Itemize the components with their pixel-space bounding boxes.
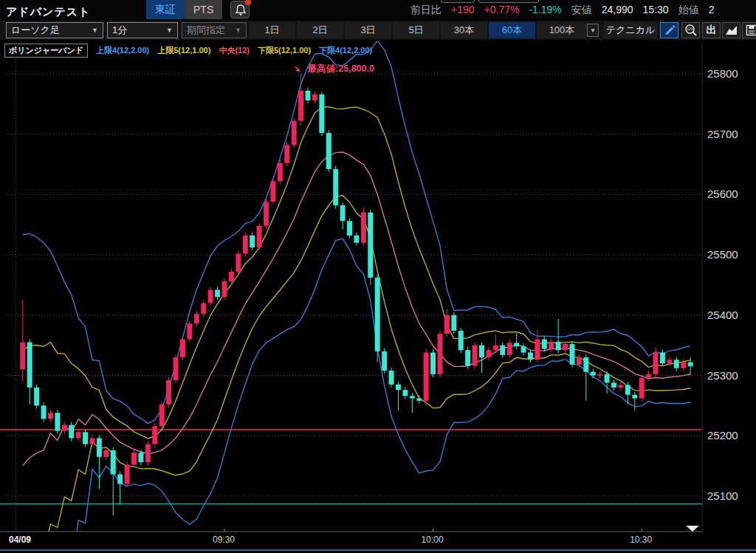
technical-indicator-button[interactable]: テクニカル: [604, 22, 657, 38]
more-periods-dropdown[interactable]: ▼: [587, 24, 599, 37]
svg-text:25400: 25400: [707, 309, 738, 321]
chart-toolbar: ローソク足 ▼ 1分 ▼ 期間指定 ▼ 1日2日3日5日30本60本100本 ▼…: [0, 21, 756, 40]
svg-text:25800: 25800: [707, 67, 738, 80]
svg-text:25300: 25300: [707, 369, 738, 382]
legend-item: 上限5(12,1.00): [157, 45, 210, 56]
quote-stat: +0.77%: [484, 4, 520, 18]
quote-stat: 24,990: [602, 4, 633, 18]
bell-icon: [234, 4, 247, 17]
period-button-100本[interactable]: 100本: [537, 22, 587, 38]
area-chart-icon: [725, 24, 738, 36]
chart-type-dropdown[interactable]: ローソク足 ▼: [6, 22, 103, 38]
svg-text:25700: 25700: [707, 128, 738, 140]
quote-stat: 15:30: [643, 4, 669, 18]
notification-badge: [245, 0, 251, 5]
svg-text:04/09: 04/09: [9, 535, 31, 545]
quote-stat: 始値: [678, 4, 699, 18]
svg-text:25600: 25600: [707, 188, 738, 200]
legend-item: 下限4(12,2.00): [319, 45, 372, 56]
market-tab-PTS[interactable]: PTS: [185, 0, 222, 19]
alert-bell-button[interactable]: [230, 1, 250, 18]
svg-text:25100: 25100: [707, 490, 738, 502]
legend-item: 下限5(12,1.00): [258, 45, 311, 56]
chart-type-label: ローソク足: [11, 24, 60, 37]
period-button-3日[interactable]: 3日: [345, 22, 391, 38]
interval-label: 1分: [112, 24, 127, 37]
quote-stat: 2: [709, 4, 715, 18]
chevron-down-icon: ▼: [92, 27, 98, 34]
price-axis: 2580025700256002550025400253002520025100: [707, 67, 738, 502]
zoom-value-button[interactable]: 123: [681, 22, 700, 38]
legend-item: 上限4(12,2.00): [96, 45, 149, 56]
period-button-1日[interactable]: 1日: [249, 22, 295, 38]
scroll-latest-icon[interactable]: [686, 526, 699, 532]
save-layout-button[interactable]: [742, 22, 756, 38]
indicator-name: ボリンジャーバンド: [4, 44, 88, 58]
quote-stat: +190: [451, 4, 475, 18]
pencil-icon: [664, 24, 676, 36]
candles: [20, 74, 693, 515]
cropped-button-outline: [478, 0, 539, 3]
svg-text:10:30: 10:30: [630, 535, 652, 545]
period-button-group: 1日2日3日5日30本60本100本: [249, 22, 587, 38]
trading-app-window: { "header": { "stock_name": "アドバンテスト", "…: [0, 0, 756, 553]
high-annotation: 最高値:25,800.0: [295, 63, 374, 74]
quote-stat: 安値: [571, 4, 592, 18]
period-select-label: 期間指定: [187, 24, 225, 37]
market-tabs: 東証PTS: [146, 0, 222, 19]
chevron-down-icon: ▼: [166, 27, 173, 34]
indicator-legend: ボリンジャーバンド 上限4(12,2.00)上限5(12,1.00)中央(12)…: [4, 44, 372, 58]
svg-text:25200: 25200: [707, 429, 738, 442]
period-button-30本[interactable]: 30本: [441, 22, 487, 38]
draw-tool-button[interactable]: [660, 22, 678, 38]
market-tab-東証[interactable]: 東証: [146, 0, 185, 19]
quote-stat: -1.19%: [529, 4, 561, 18]
candlestick-chart-canvas[interactable]: 2580025700256002550025400253002520025100…: [0, 41, 756, 553]
chart-pane[interactable]: ボリンジャーバンド 上限4(12,2.00)上限5(12,1.00)中央(12)…: [0, 40, 756, 553]
svg-text:最高値:25,800.0: 最高値:25,800.0: [307, 63, 374, 74]
header-bar: アドバンテスト 東証PTS 前日比+190+0.77%-1.19%安値24,99…: [0, 0, 756, 21]
svg-text:09:30: 09:30: [213, 535, 235, 545]
period-button-60本[interactable]: 60本: [489, 22, 535, 38]
stock-name: アドバンテスト: [6, 5, 90, 19]
pop-out-button[interactable]: 出: [702, 22, 721, 38]
period-button-2日[interactable]: 2日: [297, 22, 343, 38]
gridlines: [6, 41, 702, 532]
magnifier-123-icon: 123: [684, 24, 698, 37]
save-icon: [746, 24, 756, 36]
bollinger-bands: [23, 41, 690, 553]
svg-text:10:00: 10:00: [422, 535, 444, 545]
quote-stat: 前日比: [410, 4, 441, 18]
svg-text:25500: 25500: [707, 248, 738, 261]
svg-text:123: 123: [687, 27, 693, 31]
chevron-down-icon: ▼: [235, 27, 241, 34]
period-button-5日[interactable]: 5日: [393, 22, 439, 38]
period-select-dropdown[interactable]: 期間指定 ▼: [182, 22, 247, 38]
quote-stats: 前日比+190+0.77%-1.19%安値24,99015:30始値2: [410, 4, 756, 18]
interval-dropdown[interactable]: 1分 ▼: [107, 22, 178, 38]
cropped-button-outline: [441, 0, 475, 3]
out-icon: 出: [707, 24, 717, 37]
legend-item: 中央(12): [219, 45, 250, 56]
area-chart-button[interactable]: [722, 22, 740, 38]
